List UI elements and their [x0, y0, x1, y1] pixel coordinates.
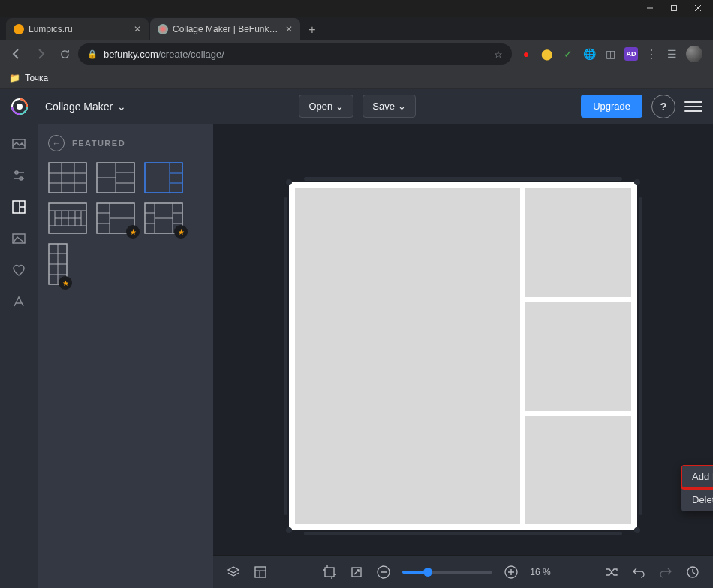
- window-close-button[interactable]: [686, 0, 710, 16]
- zoom-slider[interactable]: [402, 571, 492, 574]
- context-menu: Add Image Delete Cell: [681, 465, 713, 512]
- patterns-icon[interactable]: [10, 230, 28, 248]
- help-button[interactable]: ?: [651, 94, 675, 118]
- layout-thumb-selected[interactable]: [144, 162, 183, 194]
- layouts-icon[interactable]: [10, 198, 28, 216]
- layout-thumb-pro1[interactable]: [96, 202, 135, 234]
- window-titlebar: [0, 0, 713, 16]
- layout-thumb-wide-grid[interactable]: [48, 202, 87, 234]
- collage-canvas[interactable]: [289, 182, 637, 530]
- befunky-logo[interactable]: [11, 98, 29, 116]
- svg-point-5: [17, 104, 23, 110]
- grid-view-icon[interactable]: [252, 564, 269, 580]
- address-bar: 🔒 befunky.com/create/collage/ ☆ ● ⬤ ✓ 🌐 …: [0, 40, 713, 68]
- adblock-ext-icon[interactable]: AD: [624, 47, 638, 61]
- browser-tab[interactable]: Lumpics.ru ✕: [6, 18, 149, 40]
- bookmarks-bar: 📁 Точка: [0, 68, 713, 88]
- collage-cell[interactable]: [525, 416, 631, 524]
- app-header: Collage Maker ⌄ Open⌄ Save⌄ Upgrade ?: [0, 88, 713, 124]
- open-dropdown[interactable]: Open⌄: [299, 94, 353, 118]
- crop-icon[interactable]: [321, 564, 338, 580]
- zoom-percentage[interactable]: 16 %: [530, 567, 550, 578]
- chevron-down-icon: ⌄: [117, 100, 126, 112]
- context-menu-add-image[interactable]: Add Image: [681, 465, 713, 488]
- save-dropdown[interactable]: Save⌄: [363, 94, 416, 118]
- chevron-down-icon: ⌄: [335, 100, 344, 112]
- yandex-ext-icon[interactable]: ⬤: [540, 47, 554, 61]
- folder-icon: 📁: [9, 73, 20, 83]
- pro-badge-icon: [59, 276, 72, 290]
- tab-title: Collage Maker | BeFunky: Create: [173, 24, 281, 34]
- tab-close-icon[interactable]: ✕: [285, 24, 293, 34]
- zoom-in-button[interactable]: [503, 564, 519, 580]
- globe-ext-icon[interactable]: 🌐: [582, 47, 596, 61]
- browser-tab-active[interactable]: Collage Maker | BeFunky: Create ✕: [150, 18, 300, 40]
- collage-cell[interactable]: [525, 188, 631, 297]
- tab-close-icon[interactable]: ✕: [134, 24, 141, 34]
- chevron-down-icon: ⌄: [398, 100, 406, 112]
- cube-ext-icon[interactable]: ◫: [603, 47, 617, 61]
- favicon-icon: [158, 24, 168, 34]
- zoom-out-button[interactable]: [375, 564, 392, 580]
- undo-button[interactable]: [630, 564, 647, 580]
- back-button[interactable]: [6, 44, 27, 64]
- layers-icon[interactable]: [225, 564, 242, 580]
- reload-button[interactable]: [54, 44, 75, 64]
- svg-rect-1: [672, 6, 677, 11]
- svg-rect-25: [145, 163, 182, 193]
- text-icon[interactable]: [10, 292, 28, 310]
- redo-button[interactable]: [657, 564, 674, 580]
- bottom-toolbar: 16 %: [213, 555, 713, 588]
- lock-icon: 🔒: [87, 50, 98, 59]
- tool-rail: [0, 124, 38, 588]
- checkmark-ext-icon[interactable]: ✓: [561, 47, 575, 61]
- app-title-label: Collage Maker: [45, 100, 113, 112]
- svg-rect-15: [49, 163, 86, 193]
- app-title-dropdown[interactable]: Collage Maker ⌄: [38, 96, 134, 117]
- upgrade-button[interactable]: Upgrade: [581, 94, 642, 118]
- canvas-wrapper: [289, 182, 637, 530]
- layout-thumb-pro2[interactable]: [144, 202, 183, 234]
- panel-back-button[interactable]: ←: [48, 135, 65, 152]
- window-maximize-button[interactable]: [662, 0, 686, 16]
- forward-button[interactable]: [30, 44, 51, 64]
- bookmark-item[interactable]: Точка: [25, 73, 48, 83]
- panel-title: FEATURED: [72, 139, 125, 148]
- menu-button[interactable]: [684, 98, 702, 116]
- shuffle-icon[interactable]: [603, 564, 620, 580]
- collage-cell[interactable]: [525, 302, 631, 410]
- favicon-icon: [14, 24, 24, 34]
- star-icon[interactable]: ☆: [494, 49, 503, 60]
- graphics-icon[interactable]: [10, 261, 28, 279]
- opera-ext-icon[interactable]: ●: [519, 47, 533, 61]
- extension-icons: ● ⬤ ✓ 🌐 ◫ AD ⋮ ☰: [515, 46, 707, 62]
- svg-rect-56: [255, 567, 266, 578]
- ext-overflow[interactable]: ⋮: [645, 47, 657, 62]
- main-content: ← FEATURED: [0, 124, 713, 588]
- layout-thumb-tall[interactable]: [48, 243, 68, 285]
- layout-thumb-grid[interactable]: [48, 162, 87, 194]
- svg-rect-59: [325, 568, 334, 577]
- history-icon[interactable]: [684, 564, 701, 580]
- url-text: befunky.com/create/collage/: [104, 49, 224, 60]
- slider-thumb[interactable]: [423, 568, 432, 577]
- url-input[interactable]: 🔒 befunky.com/create/collage/ ☆: [78, 44, 512, 64]
- pro-badge-icon: [126, 225, 140, 238]
- new-tab-button[interactable]: +: [302, 20, 323, 40]
- layouts-panel: ← FEATURED: [38, 124, 213, 588]
- window-minimize-button[interactable]: [638, 0, 662, 16]
- canvas-area[interactable]: Add Image Delete Cell 16 %: [213, 124, 713, 588]
- collage-cell[interactable]: [295, 188, 520, 524]
- tab-title: Lumpics.ru: [29, 24, 129, 34]
- browser-tabs: Lumpics.ru ✕ Collage Maker | BeFunky: Cr…: [0, 16, 713, 40]
- layout-thumb-mixed1[interactable]: [96, 162, 135, 194]
- reading-list-icon[interactable]: ☰: [665, 47, 678, 61]
- pro-badge-icon: [174, 225, 188, 238]
- context-menu-delete-cell[interactable]: Delete Cell: [681, 488, 713, 512]
- fullscreen-icon[interactable]: [348, 564, 365, 580]
- profile-avatar[interactable]: [686, 46, 702, 62]
- settings-icon[interactable]: [10, 166, 28, 184]
- image-manager-icon[interactable]: [10, 135, 28, 153]
